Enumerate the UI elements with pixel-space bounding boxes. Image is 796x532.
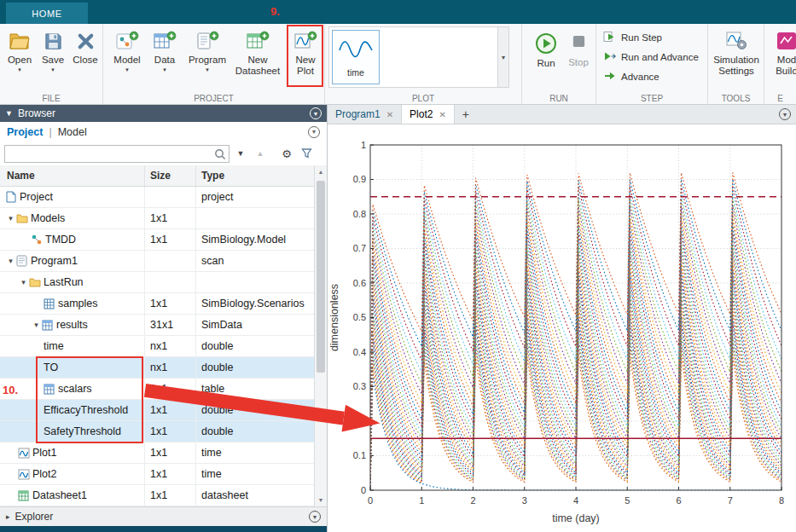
new-data-button[interactable]: Data ▼ [148,28,182,72]
chevron-down-icon: ▼ [162,67,167,72]
toolstrip-section-step: Run Step Run and Advance Advance STEP [596,24,708,105]
svg-text:0.9: 0.9 [353,174,366,184]
close-icon [76,28,96,54]
tree-row-LastRun[interactable]: ▾LastRun [0,272,314,293]
tree-row-Models[interactable]: ▾Models1x1 [0,208,314,229]
tree-row-SafetyThreshold[interactable]: SafetyThreshold1x1double [0,421,314,442]
search-settings-button[interactable]: ⚙ [278,145,295,162]
data-plus-icon [153,28,177,54]
browser-search-row: ▼ ▲ ⚙ [0,142,327,165]
panel-menu-icon[interactable]: ▼ [309,511,321,523]
scope-menu-icon[interactable]: ▼ [308,126,320,138]
tree-row-TO[interactable]: TOnx1double [0,357,314,379]
advance-button[interactable]: Advance [603,70,659,84]
scope-project-link[interactable]: Project [7,126,43,138]
search-previous-button[interactable]: ▲ [252,145,269,162]
save-button[interactable]: Save ▼ [38,28,68,72]
collapse-arrow-icon[interactable]: ▾ [5,257,16,265]
tree-row-EfficacyThreshold[interactable]: EfficacyThreshold1x1double [0,400,314,421]
tree-row-time[interactable]: timenx1double [0,336,314,357]
collapse-arrow-icon[interactable]: ▾ [18,278,29,286]
toolstrip-section-plot: time ▼ PLOT [325,24,522,105]
gallery-dropdown-button[interactable]: ▼ [497,27,508,87]
tree-row-Datasheet1[interactable]: Datasheet11x1datasheet [0,485,314,506]
new-plot-label: New Plot [289,55,322,77]
folder-icon [29,277,44,287]
new-program-button[interactable]: Program ▼ [185,28,230,72]
browser-scrollbar[interactable]: ▲ ▼ [314,165,327,506]
run-and-advance-button[interactable]: Run and Advance [603,50,699,64]
scroll-up-icon[interactable]: ▲ [315,165,327,178]
new-datasheet-label: New Datasheet [233,55,282,77]
run-button[interactable]: Run [532,31,560,68]
plot-plus-icon [293,28,317,54]
scope-model-link[interactable]: Model [58,126,87,138]
simulation-plot[interactable]: 01234567800.10.20.30.40.50.60.70.80.91ti… [328,124,796,532]
column-header-size[interactable]: Size [145,165,196,186]
filter-button[interactable] [298,145,315,162]
panel-menu-icon[interactable]: ▼ [310,107,322,119]
tree-row-Plot1[interactable]: Plot11x1time [0,442,314,464]
svg-text:dimensionless: dimensionless [328,284,340,351]
table-icon [44,384,58,395]
tree-row-TMDD[interactable]: TMDD1x1SimBiology.Model [0,229,314,251]
cell-size [145,187,196,207]
open-button[interactable]: Open ▼ [3,28,36,72]
tree-row-Program1[interactable]: ▾Program1scan [0,251,314,272]
table-icon [42,320,56,331]
toolstrip-section-environment: Mod Build E [764,24,796,105]
row-label: scalars [58,383,92,395]
cell-type: table [196,379,314,399]
chevron-up-icon: ▲ [257,149,264,158]
close-tab-icon[interactable]: ✕ [439,110,445,119]
simulation-settings-button[interactable]: Simulation Settings [711,28,762,77]
chevron-down-icon: ▼ [50,67,55,72]
tree-row-results[interactable]: ▾results31x1SimData [0,315,314,336]
collapse-arrow-icon[interactable]: ▾ [31,321,42,329]
plot-type-time-card[interactable]: time [332,30,380,84]
tab-home[interactable]: HOME [6,3,88,24]
svg-text:7: 7 [728,495,733,506]
plot-icon [18,448,32,459]
browser-rows: Projectproject▾Models1x1TMDD1x1SimBiolog… [0,187,314,506]
tree-row-Project[interactable]: Projectproject [0,187,314,208]
panel-menu-icon[interactable]: ▼ [779,108,791,120]
run-step-button[interactable]: Run Step [603,31,662,44]
cell-name: ▾Models [0,208,145,228]
scrollbar-thumb[interactable] [317,181,325,373]
column-header-name[interactable]: Name [0,165,145,186]
row-label: samples [58,298,98,309]
search-input[interactable] [5,146,229,162]
new-model-button[interactable]: Model ▼ [108,28,146,72]
cell-size: 1x1 [145,485,196,506]
cell-name: Plot2 [0,464,145,484]
scroll-down-icon[interactable]: ▼ [315,494,327,506]
run-step-icon [603,31,617,44]
datasheet-plus-icon [246,28,270,54]
tab-plot2[interactable]: Plot2 ✕ [402,105,455,124]
tab-program1[interactable]: Program1 ✕ [328,105,402,124]
tree-row-Plot2[interactable]: Plot21x1time [0,464,314,485]
browser-scope-row: Project | Model ▼ [0,122,327,142]
tree-row-scalars[interactable]: scalars1x1table [0,379,314,400]
new-datasheet-button[interactable]: New Datasheet [231,28,284,77]
close-button[interactable]: Close [70,28,101,66]
new-plot-button[interactable]: New Plot [288,28,323,77]
save-icon [44,28,63,54]
stop-button[interactable]: Stop [565,34,592,67]
cell-size: 1x1 [145,293,196,314]
plot-type-label: time [347,67,364,78]
toolstrip: Open ▼ Save ▼ Close FILE Model ▼ Data ▼ … [0,24,796,105]
browser-panel-header[interactable]: ▼ Browser ▼ [0,105,327,122]
search-next-button[interactable]: ▼ [232,145,249,162]
model-builder-button[interactable]: Mod Build [770,28,796,77]
svg-text:0.4: 0.4 [353,347,366,357]
collapse-arrow-icon[interactable]: ▾ [5,214,16,223]
cell-name: time [0,336,145,356]
new-tab-button[interactable]: + [455,105,477,124]
model-label: Model [113,55,140,66]
close-tab-icon[interactable]: ✕ [386,110,393,119]
tree-row-samples[interactable]: samples1x1SimBiology.Scenarios [0,293,314,315]
column-header-type[interactable]: Type [196,165,314,186]
explorer-panel-header[interactable]: ▸ Explorer ▼ [0,506,327,526]
